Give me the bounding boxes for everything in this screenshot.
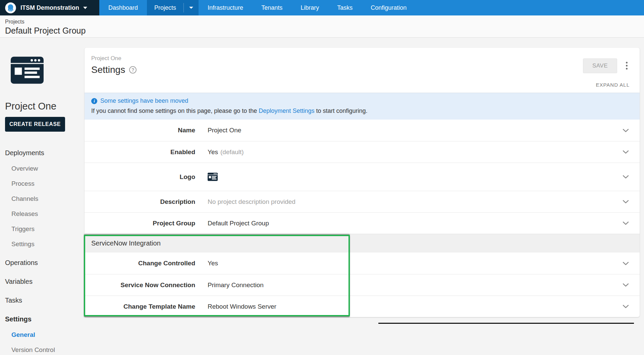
row-value <box>208 173 623 181</box>
space-switcher[interactable]: ITSM Demonstration <box>0 0 99 15</box>
deployments-subnav: Overview Process Channels Releases Trigg… <box>5 165 85 248</box>
settings-title: Settings <box>91 64 125 75</box>
row-value-text: No project description provided <box>208 198 296 206</box>
help-circle-icon[interactable]: ? <box>129 66 137 74</box>
main-nav: Dashboard Projects Infrastructure Tenant… <box>99 0 416 15</box>
row-value: Project One <box>208 127 623 134</box>
settings-row-description[interactable]: Description No project description provi… <box>85 191 640 212</box>
chevron-down-icon[interactable] <box>623 262 629 265</box>
row-value-text: Reboot Windows Server <box>208 303 276 310</box>
save-button[interactable]: SAVE <box>583 58 617 73</box>
sidebar-project-name: Project One <box>5 101 85 112</box>
banner-title: Some settings have been moved <box>100 97 188 104</box>
breadcrumb: Projects Default Project Group <box>0 15 644 38</box>
banner-body: If you cannot find some settings on this… <box>91 107 633 115</box>
project-logo-icon <box>11 56 44 84</box>
card-header: Project One Settings ? SAVE <box>85 48 640 75</box>
nav-item-tenants[interactable]: Tenants <box>252 0 291 15</box>
banner-text: to start configuring. <box>314 107 367 114</box>
nav-item-label: Dashboard <box>108 4 138 11</box>
settings-row-servicenow-connection[interactable]: Service Now Connection Primary Connectio… <box>85 274 640 296</box>
sidebar-section-operations[interactable]: Operations <box>5 259 85 267</box>
nav-item-label: Tasks <box>337 4 353 11</box>
create-release-button[interactable]: CREATE RELEASE <box>5 117 65 132</box>
row-label: Project Group <box>85 220 195 227</box>
project-sidebar: Project One CREATE RELEASE Deployments O… <box>0 38 85 355</box>
nav-item-label[interactable]: Projects <box>147 0 183 15</box>
settings-subnav: General Version Control <box>5 331 85 354</box>
projects-dropdown-button[interactable] <box>184 0 199 15</box>
servicenow-section-header: ServiceNow Integration <box>85 234 640 253</box>
chevron-down-caret <box>189 7 193 9</box>
info-circle-icon: i <box>91 98 97 104</box>
row-value: No project description provided <box>208 198 623 206</box>
row-label: Service Now Connection <box>85 281 195 289</box>
sidebar-item-channels[interactable]: Channels <box>11 195 85 203</box>
row-label: Logo <box>85 173 195 181</box>
octopus-icon <box>5 2 16 14</box>
row-value-text: Default Project Group <box>208 220 269 227</box>
settings-card: Project One Settings ? SAVE EXPAND ALL i <box>85 48 640 317</box>
row-value: Default Project Group <box>208 220 623 227</box>
page-title: Default Project Group <box>5 26 644 36</box>
nav-item-label: Tenants <box>261 4 282 11</box>
chevron-down-icon[interactable] <box>623 129 629 132</box>
deployment-settings-link[interactable]: Deployment Settings <box>259 107 314 114</box>
settings-row-enabled[interactable]: Enabled Yes (default) <box>85 141 640 163</box>
row-value-text: Yes <box>208 260 218 267</box>
chevron-down-icon[interactable] <box>623 200 629 204</box>
row-value: Primary Connection <box>208 281 623 289</box>
row-value-text: Primary Connection <box>208 281 264 289</box>
kebab-menu-icon[interactable] <box>624 58 630 73</box>
row-value-default-hint: (default) <box>220 148 244 156</box>
main-content: Project One Settings ? SAVE EXPAND ALL i <box>85 38 644 355</box>
nav-item-dashboard[interactable]: Dashboard <box>99 0 147 15</box>
top-navbar: ITSM Demonstration Dashboard Projects In… <box>0 0 644 15</box>
row-label: Change Template Name <box>85 303 195 310</box>
sidebar-item-triggers[interactable]: Triggers <box>11 225 85 233</box>
sidebar-section-variables[interactable]: Variables <box>5 278 85 285</box>
chevron-down-icon[interactable] <box>623 221 629 225</box>
nav-item-tasks[interactable]: Tasks <box>328 0 362 15</box>
row-label: Change Controlled <box>85 260 195 267</box>
sidebar-item-general[interactable]: General <box>11 331 85 339</box>
chevron-down-icon[interactable] <box>623 283 629 287</box>
nav-item-library[interactable]: Library <box>291 0 328 15</box>
sidebar-item-deployment-settings[interactable]: Settings <box>11 240 85 248</box>
banner-text: If you cannot find some settings on this… <box>91 107 259 114</box>
nav-item-infrastructure[interactable]: Infrastructure <box>199 0 252 15</box>
info-banner: i Some settings have been moved If you c… <box>85 93 640 120</box>
nav-item-label: Configuration <box>371 4 407 11</box>
sidebar-section-settings[interactable]: Settings <box>5 315 85 323</box>
chevron-down-caret <box>83 7 87 9</box>
nav-item-projects[interactable]: Projects <box>147 0 199 15</box>
chevron-down-icon[interactable] <box>623 175 629 179</box>
row-value-text: Project One <box>208 127 241 134</box>
nav-item-configuration[interactable]: Configuration <box>362 0 416 15</box>
sidebar-item-overview[interactable]: Overview <box>11 165 85 172</box>
row-value: Reboot Windows Server <box>208 303 623 310</box>
settings-row-change-template[interactable]: Change Template Name Reboot Windows Serv… <box>85 296 640 317</box>
space-label: ITSM Demonstration <box>20 4 79 11</box>
settings-row-project-group[interactable]: Project Group Default Project Group <box>85 212 640 234</box>
sidebar-item-version-control[interactable]: Version Control <box>11 346 85 354</box>
chevron-down-icon[interactable] <box>623 150 629 154</box>
row-value: Yes (default) <box>208 148 623 156</box>
sidebar-section-tasks[interactable]: Tasks <box>5 297 85 304</box>
settings-row-logo[interactable]: Logo <box>85 163 640 191</box>
card-eyebrow: Project One <box>91 55 137 62</box>
row-label: Enabled <box>85 148 195 156</box>
settings-row-change-controlled[interactable]: Change Controlled Yes <box>85 253 640 274</box>
breadcrumb-parent-link[interactable]: Projects <box>5 19 644 25</box>
settings-row-name[interactable]: Name Project One <box>85 120 640 141</box>
chevron-down-icon[interactable] <box>623 305 629 308</box>
expand-all-button[interactable]: EXPAND ALL <box>596 82 630 88</box>
row-label: Description <box>85 198 195 206</box>
row-label: Name <box>85 127 195 134</box>
row-value: Yes <box>208 260 623 267</box>
nav-item-label: Library <box>301 4 319 11</box>
project-logo-icon <box>208 173 218 181</box>
sidebar-item-process[interactable]: Process <box>11 180 85 187</box>
sidebar-section-deployments[interactable]: Deployments <box>5 149 85 157</box>
sidebar-item-releases[interactable]: Releases <box>11 210 85 218</box>
